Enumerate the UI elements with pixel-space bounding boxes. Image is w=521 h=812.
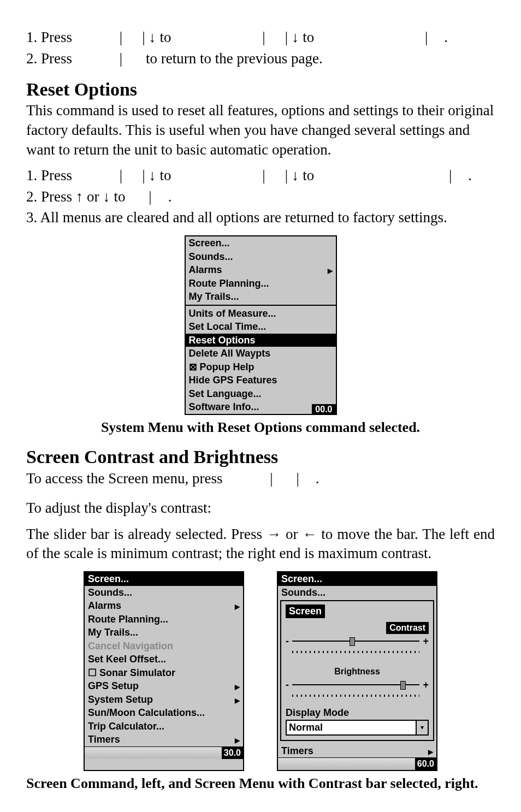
screen-command-menu: Screen... Sounds... Alarms Route Plannin… bbox=[84, 571, 244, 771]
instruction-line-1: 1. Press || to || to |. bbox=[26, 28, 495, 48]
contrast-slider-ticks: - + bbox=[286, 646, 429, 659]
menu-item-hide-gps-features[interactable]: Hide GPS Features bbox=[186, 374, 336, 387]
instruction-line-2: 2. Press | to return to the previous pag… bbox=[26, 49, 495, 69]
menu-item-trip-calculator[interactable]: Trip Calculator... bbox=[85, 720, 243, 733]
display-mode-dropdown[interactable]: Normal ▾ bbox=[286, 720, 429, 736]
menu-item-sounds[interactable]: Sounds... bbox=[85, 586, 243, 600]
menu-item-delete-all-waypts[interactable]: Delete All Waypts bbox=[186, 347, 336, 360]
caption-screen-command: Screen Command, left, and Screen Menu wi… bbox=[26, 775, 495, 792]
reset-step-2: 2. Press or to |. bbox=[26, 187, 495, 207]
menu-item-sounds[interactable]: Sounds... bbox=[186, 250, 336, 264]
menu-item-timers[interactable]: Timers bbox=[278, 744, 436, 758]
menu-divider bbox=[186, 305, 336, 306]
reset-step-1: 1. Press || to || to |. bbox=[26, 166, 495, 186]
submenu-arrow-icon bbox=[232, 680, 240, 692]
heading-reset-options: Reset Options bbox=[26, 79, 495, 100]
menu-footer: 30.0 bbox=[85, 746, 243, 759]
submenu-arrow-icon bbox=[232, 733, 240, 746]
menu-item-my-trails[interactable]: My Trails... bbox=[85, 626, 243, 639]
paragraph-reset-description: This command is used to reset all featur… bbox=[26, 101, 495, 159]
menu-item-alarms[interactable]: Alarms bbox=[85, 599, 243, 613]
screen-access-line: To access the Screen menu, press | |. bbox=[26, 469, 495, 489]
menu-item-route-planning[interactable]: Route Planning... bbox=[85, 613, 243, 626]
brightness-slider-ticks: - + bbox=[286, 690, 429, 702]
down-arrow-icon bbox=[149, 29, 156, 45]
right-arrow-icon bbox=[267, 526, 281, 542]
menu-item-sounds[interactable]: Sounds... bbox=[278, 586, 436, 600]
menu-item-cancel-navigation: Cancel Navigation bbox=[85, 639, 243, 653]
submenu-arrow-icon bbox=[232, 694, 240, 706]
down-arrow-icon bbox=[292, 29, 299, 45]
menu-item-screen[interactable]: Screen... bbox=[278, 572, 436, 586]
down-arrow-icon bbox=[149, 167, 156, 183]
contrast-label: Contrast bbox=[386, 622, 429, 634]
down-arrow-icon bbox=[103, 188, 110, 205]
menu-item-popup-help[interactable]: ⊠ Popup Help bbox=[186, 360, 336, 374]
left-arrow-icon bbox=[302, 526, 317, 542]
contrast-slider[interactable]: - + bbox=[286, 635, 429, 648]
submenu-arrow-icon bbox=[232, 600, 240, 612]
screen-adjust-paragraph: The slider bar is already selected. Pres… bbox=[26, 525, 495, 564]
screen-adjust-intro: To adjust the display's contrast: bbox=[26, 499, 495, 518]
menu-item-route-planning[interactable]: Route Planning... bbox=[186, 277, 336, 291]
menu-item-reset-options[interactable]: Reset Options bbox=[186, 334, 336, 347]
menu-item-sonar-simulator[interactable]: ☐ Sonar Simulator bbox=[85, 666, 243, 680]
menu-item-system-setup[interactable]: System Setup bbox=[85, 693, 243, 707]
menu-item-units-of-measure[interactable]: Units of Measure... bbox=[186, 307, 336, 321]
menu-item-screen[interactable]: Screen... bbox=[186, 236, 336, 250]
system-menu-box: Screen... Sounds... Alarms Route Plannin… bbox=[185, 235, 337, 415]
menu-item-my-trails[interactable]: My Trails... bbox=[186, 290, 336, 304]
caption-system-menu: System Menu with Reset Options command s… bbox=[26, 419, 495, 436]
menu-item-set-language[interactable]: Set Language... bbox=[186, 387, 336, 401]
up-arrow-icon bbox=[76, 188, 84, 205]
heading-screen-contrast: Screen Contrast and Brightness bbox=[26, 447, 495, 467]
screen-panel-title: Screen bbox=[286, 604, 325, 618]
screen-panel: Screen Contrast - + - + Brightness bbox=[280, 600, 434, 741]
menu-item-gps-setup[interactable]: GPS Setup bbox=[85, 679, 243, 693]
menu-item-alarms[interactable]: Alarms bbox=[186, 263, 336, 277]
dropdown-arrow-icon[interactable]: ▾ bbox=[416, 721, 428, 734]
display-mode-label: Display Mode bbox=[286, 707, 429, 719]
menu-footer: 60.0 bbox=[278, 757, 436, 770]
brightness-label: Brightness bbox=[331, 666, 383, 678]
menu-footer-value: 00.0 bbox=[312, 404, 335, 415]
menu-item-screen[interactable]: Screen... bbox=[85, 572, 243, 586]
submenu-arrow-icon bbox=[324, 264, 333, 276]
menu-item-sun-moon-calculations[interactable]: Sun/Moon Calculations... bbox=[85, 706, 243, 720]
menu-item-set-keel-offset[interactable]: Set Keel Offset... bbox=[85, 653, 243, 666]
screen-settings-panel: Screen... Sounds... Screen Contrast - + … bbox=[277, 571, 437, 771]
down-arrow-icon bbox=[292, 167, 299, 183]
menu-item-set-local-time[interactable]: Set Local Time... bbox=[186, 320, 336, 334]
brightness-slider[interactable]: - + bbox=[286, 679, 429, 691]
submenu-arrow-icon bbox=[425, 745, 433, 757]
reset-step-3: 3. All menus are cleared and all options… bbox=[26, 208, 495, 228]
menu-item-timers[interactable]: Timers bbox=[85, 733, 243, 746]
